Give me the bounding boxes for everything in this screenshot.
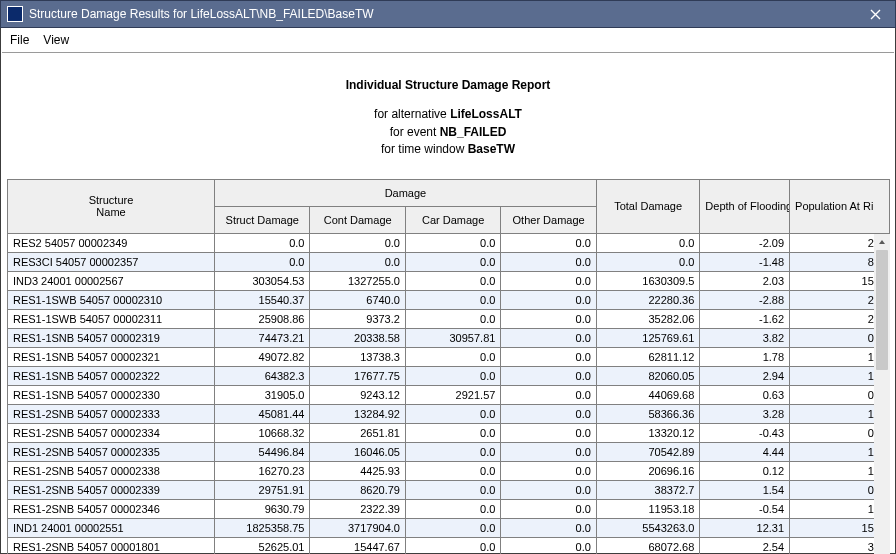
table-row[interactable]: RES1-1SNB 54057 0000232149072.8213738.30…	[8, 347, 889, 366]
col-cont-damage[interactable]: Cont Damage	[310, 206, 405, 233]
table-row[interactable]: RES1-2SNB 54057 0000233816270.234425.930…	[8, 461, 889, 480]
cell-name[interactable]: RES1-2SNB 54057 00002339	[8, 480, 215, 499]
cell-struct[interactable]: 0.0	[215, 233, 310, 252]
cell-name[interactable]: RES1-1SNB 54057 00002319	[8, 328, 215, 347]
cell-depth[interactable]: -1.48	[700, 252, 790, 271]
col-damage-group[interactable]: Damage	[215, 179, 597, 206]
cell-other[interactable]: 0.0	[501, 499, 596, 518]
cell-struct[interactable]: 31905.0	[215, 385, 310, 404]
cell-cont[interactable]: 1327255.0	[310, 271, 405, 290]
cell-other[interactable]: 0.0	[501, 518, 596, 537]
cell-total[interactable]: 11953.18	[596, 499, 700, 518]
cell-car[interactable]: 0.0	[405, 537, 500, 554]
cell-depth[interactable]: 2.03	[700, 271, 790, 290]
cell-other[interactable]: 0.0	[501, 385, 596, 404]
cell-other[interactable]: 0.0	[501, 252, 596, 271]
scroll-thumb[interactable]	[876, 250, 888, 370]
cell-other[interactable]: 0.0	[501, 537, 596, 554]
cell-cont[interactable]: 17677.75	[310, 366, 405, 385]
menu-view[interactable]: View	[43, 33, 69, 47]
cell-other[interactable]: 0.0	[501, 442, 596, 461]
cell-name[interactable]: IND1 24001 00002551	[8, 518, 215, 537]
cell-car[interactable]: 0.0	[405, 518, 500, 537]
cell-car[interactable]: 0.0	[405, 233, 500, 252]
cell-name[interactable]: RES1-1SNB 54057 00002322	[8, 366, 215, 385]
cell-struct[interactable]: 0.0	[215, 252, 310, 271]
col-depth[interactable]: Depth of Flooding	[700, 179, 790, 233]
cell-depth[interactable]: 1.78	[700, 347, 790, 366]
cell-depth[interactable]: 3.82	[700, 328, 790, 347]
scroll-track[interactable]	[874, 250, 890, 554]
vertical-scrollbar[interactable]	[874, 234, 890, 554]
cell-depth[interactable]: 0.12	[700, 461, 790, 480]
cell-cont[interactable]: 20338.58	[310, 328, 405, 347]
cell-car[interactable]: 2921.57	[405, 385, 500, 404]
table-row[interactable]: RES1-1SNB 54057 0000231974473.2120338.58…	[8, 328, 889, 347]
cell-cont[interactable]: 8620.79	[310, 480, 405, 499]
cell-name[interactable]: RES1-1SWB 54057 00002310	[8, 290, 215, 309]
cell-depth[interactable]: 1.54	[700, 480, 790, 499]
col-other-damage[interactable]: Other Damage	[501, 206, 596, 233]
cell-depth[interactable]: 4.44	[700, 442, 790, 461]
cell-name[interactable]: RES1-2SNB 54057 00002335	[8, 442, 215, 461]
table-row[interactable]: IND3 24001 00002567303054.531327255.00.0…	[8, 271, 889, 290]
cell-struct[interactable]: 303054.53	[215, 271, 310, 290]
cell-name[interactable]: RES1-1SNB 54057 00002330	[8, 385, 215, 404]
col-total-damage[interactable]: Total Damage	[596, 179, 700, 233]
scroll-up-icon[interactable]	[874, 234, 890, 250]
cell-depth[interactable]: -2.09	[700, 233, 790, 252]
table-row[interactable]: RES3CI 54057 000023570.00.00.00.00.0-1.4…	[8, 252, 889, 271]
cell-struct[interactable]: 9630.79	[215, 499, 310, 518]
table-row[interactable]: RES1-2SNB 54057 000023469630.792322.390.…	[8, 499, 889, 518]
cell-cont[interactable]: 16046.05	[310, 442, 405, 461]
cell-name[interactable]: RES1-1SNB 54057 00002321	[8, 347, 215, 366]
cell-other[interactable]: 0.0	[501, 461, 596, 480]
table-row[interactable]: IND1 24001 000025511825358.753717904.00.…	[8, 518, 889, 537]
cell-car[interactable]: 0.0	[405, 290, 500, 309]
cell-car[interactable]: 0.0	[405, 480, 500, 499]
cell-other[interactable]: 0.0	[501, 404, 596, 423]
cell-cont[interactable]: 4425.93	[310, 461, 405, 480]
cell-depth[interactable]: -0.43	[700, 423, 790, 442]
cell-depth[interactable]: 2.54	[700, 537, 790, 554]
cell-other[interactable]: 0.0	[501, 233, 596, 252]
cell-name[interactable]: RES1-2SNB 54057 00002334	[8, 423, 215, 442]
cell-other[interactable]: 0.0	[501, 309, 596, 328]
table-row[interactable]: RES1-1SNB 54057 0000232264382.317677.750…	[8, 366, 889, 385]
table-row[interactable]: RES1-1SNB 54057 0000233031905.09243.1229…	[8, 385, 889, 404]
cell-car[interactable]: 0.0	[405, 461, 500, 480]
cell-car[interactable]: 0.0	[405, 366, 500, 385]
cell-car[interactable]: 0.0	[405, 309, 500, 328]
close-button[interactable]	[855, 0, 895, 28]
cell-cont[interactable]: 15447.67	[310, 537, 405, 554]
cell-struct[interactable]: 64382.3	[215, 366, 310, 385]
cell-car[interactable]: 0.0	[405, 499, 500, 518]
cell-struct[interactable]: 29751.91	[215, 480, 310, 499]
cell-car[interactable]: 0.0	[405, 404, 500, 423]
table-row[interactable]: RES2 54057 000023490.00.00.00.00.0-2.092…	[8, 233, 889, 252]
cell-car[interactable]: 0.0	[405, 347, 500, 366]
cell-total[interactable]: 0.0	[596, 252, 700, 271]
cell-other[interactable]: 0.0	[501, 271, 596, 290]
cell-struct[interactable]: 54496.84	[215, 442, 310, 461]
cell-name[interactable]: RES1-2SNB 54057 00001801	[8, 537, 215, 554]
cell-depth[interactable]: -1.62	[700, 309, 790, 328]
cell-cont[interactable]: 3717904.0	[310, 518, 405, 537]
cell-struct[interactable]: 45081.44	[215, 404, 310, 423]
col-car-damage[interactable]: Car Damage	[405, 206, 500, 233]
cell-depth[interactable]: -0.54	[700, 499, 790, 518]
cell-cont[interactable]: 6740.0	[310, 290, 405, 309]
cell-struct[interactable]: 15540.37	[215, 290, 310, 309]
cell-car[interactable]: 30957.81	[405, 328, 500, 347]
cell-total[interactable]: 0.0	[596, 233, 700, 252]
col-struct-damage[interactable]: Struct Damage	[215, 206, 310, 233]
cell-total[interactable]: 70542.89	[596, 442, 700, 461]
cell-other[interactable]: 0.0	[501, 290, 596, 309]
cell-struct[interactable]: 16270.23	[215, 461, 310, 480]
cell-depth[interactable]: 2.94	[700, 366, 790, 385]
cell-name[interactable]: RES1-2SNB 54057 00002346	[8, 499, 215, 518]
menu-file[interactable]: File	[10, 33, 29, 47]
cell-other[interactable]: 0.0	[501, 423, 596, 442]
cell-name[interactable]: RES3CI 54057 00002357	[8, 252, 215, 271]
cell-total[interactable]: 35282.06	[596, 309, 700, 328]
